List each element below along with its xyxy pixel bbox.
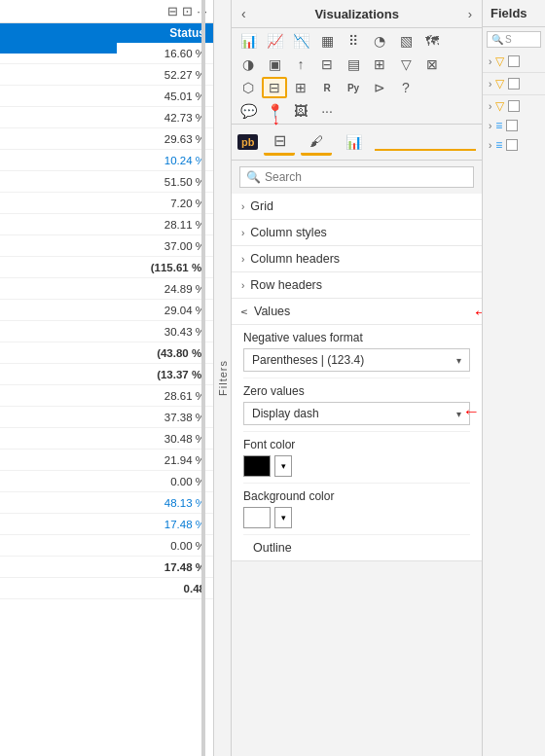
field-type-icon: ▽ — [495, 54, 504, 68]
chart-data-row: 48.13 % — [0, 492, 213, 514]
field-expand-icon: › — [489, 101, 491, 112]
chart-data-row: 10.24 % — [0, 150, 213, 171]
field-expand-icon: › — [489, 56, 491, 67]
viz-icon-table[interactable]: ▤ — [341, 54, 366, 75]
chart-data-row: (115.61 %) — [0, 257, 213, 278]
viz-forward-arrow[interactable]: › — [468, 7, 472, 21]
font-color-dropdown-btn[interactable]: ▾ — [274, 455, 292, 477]
font-color-swatch[interactable] — [243, 455, 271, 477]
negative-values-label: Negative values format — [243, 331, 470, 344]
chart-data-row: 17.48 % — [0, 514, 213, 535]
bg-color-swatch[interactable] — [243, 507, 271, 528]
viz-back-arrow[interactable]: ‹ — [241, 6, 246, 21]
viz-icon-funnel[interactable]: ▽ — [393, 54, 418, 75]
background-color-row: Background color ▾ — [243, 484, 470, 535]
background-color-label: Background color — [243, 489, 470, 503]
field-expand-icon: › — [489, 121, 491, 131]
filters-strip[interactable]: Filters — [214, 0, 232, 756]
field-checkbox[interactable] — [506, 139, 518, 151]
blue-bar — [0, 32, 117, 54]
chart-data-row: 30.48 % — [0, 428, 213, 450]
zero-values-dropdown[interactable]: Display dash ▾ — [243, 402, 470, 425]
viz-icon-treemap[interactable]: ▧ — [393, 30, 418, 52]
viz-icon-line[interactable]: 📉 — [288, 30, 313, 52]
viz-icon-pie[interactable]: ◔ — [367, 30, 392, 52]
chart-data-row: 0.00 % — [0, 535, 213, 557]
chart-data-row: 28.11 % — [0, 214, 213, 235]
chart-data-row: 0.00 % — [0, 471, 213, 492]
fields-item[interactable]: › ▽ — [483, 52, 545, 71]
field-checkbox[interactable] — [508, 78, 520, 90]
row-headers-chevron: › — [241, 280, 244, 291]
negative-values-row: Negative values format Parentheses | (12… — [243, 325, 470, 378]
viz-icon-more[interactable]: ··· — [314, 100, 340, 122]
fields-item[interactable]: › ≡ — [483, 135, 545, 155]
zero-values-label: Zero values — [243, 384, 470, 398]
search-icon: 🔍 — [246, 170, 261, 184]
field-checkbox[interactable] — [508, 100, 520, 112]
font-color-label: Font color — [243, 438, 470, 451]
viz-icon-qa[interactable]: ? — [393, 77, 418, 98]
chart-data-row: 29.63 % — [0, 128, 213, 150]
negative-values-dropdown[interactable]: Parentheses | (123.4) ▾ — [243, 348, 470, 372]
viz-icon-py[interactable]: Py — [341, 77, 366, 98]
fields-header: Fields — [483, 0, 545, 27]
viz-icon-matrix[interactable]: ⊞ — [367, 54, 392, 75]
field-checkbox[interactable] — [508, 55, 520, 67]
viz-icon-bar[interactable]: 📊 — [236, 30, 261, 52]
viz-icon-waterfall[interactable]: ⊠ — [419, 54, 445, 75]
chart-toolbar: ⊟ ⊡ ··· — [0, 0, 213, 23]
values-chevron: ∨ — [239, 308, 250, 315]
viz-icon-area[interactable]: ▦ — [314, 30, 340, 52]
viz-icon-speech[interactable]: 💬 — [236, 100, 261, 122]
filter-icon[interactable]: ⊟ — [167, 4, 178, 18]
fields-search-icon: 🔍 — [491, 34, 503, 45]
viz-icon-map[interactable]: 🗺 — [419, 30, 445, 52]
chart-data-row: 0.48 — [0, 578, 213, 599]
pbi-logo[interactable]: pb — [237, 134, 258, 150]
viz-panel-title: Visualizations — [314, 7, 398, 21]
search-input[interactable] — [265, 170, 467, 184]
viz-icon-scatter[interactable]: ⠿ — [341, 30, 366, 52]
section-row-headers[interactable]: › Row headers — [232, 272, 482, 299]
fields-item[interactable]: › ▽ — [483, 96, 545, 116]
column-headers-label: Column headers — [250, 252, 340, 266]
section-column-styles[interactable]: › Column styles — [232, 220, 482, 246]
fields-item[interactable]: › ▽ — [483, 74, 545, 93]
viz-icon-stacked[interactable]: 📈 — [262, 30, 287, 52]
tab-analytics[interactable]: 📊 — [338, 128, 369, 156]
search-container: 🔍 — [239, 166, 474, 188]
viz-icon-r[interactable]: R — [314, 77, 340, 98]
section-values[interactable]: ∨ Values ← — [232, 299, 482, 325]
tab-format[interactable]: 🖌 — [301, 128, 332, 156]
viz-icon-slicer[interactable]: ⊟ — [314, 54, 340, 75]
field-checkbox[interactable] — [506, 120, 518, 131]
chart-data-row: 51.50 % — [0, 171, 213, 193]
row-headers-label: Row headers — [250, 278, 322, 292]
viz-icon-azi[interactable]: ⊳ — [367, 77, 392, 98]
bg-color-swatch-container: ▾ — [243, 507, 470, 528]
bg-color-dropdown-btn[interactable]: ▾ — [274, 507, 292, 528]
section-column-headers[interactable]: › Column headers — [232, 246, 482, 272]
chart-data-row: 29.04 % — [0, 300, 213, 321]
viz-icon-gauge[interactable]: ◑ — [236, 54, 261, 75]
viz-panel: ‹ Visualizations › 📊 📈 📉 ▦ ⠿ ◔ ▧ 🗺 ◑ ▣ ↑… — [232, 0, 482, 756]
chart-data-row: 30.43 % — [0, 321, 213, 342]
viz-icon-card[interactable]: ▣ — [262, 54, 287, 75]
fields-item[interactable]: › ≡ — [483, 116, 545, 135]
viz-icon-image[interactable]: 🖼 — [288, 100, 313, 122]
field-type-icon: ≡ — [495, 119, 502, 132]
chart-data-row: 42.73 % — [0, 107, 213, 128]
viz-icon-table2[interactable]: ⊟ — [262, 77, 287, 98]
tab-build[interactable]: ⊟ — [264, 128, 295, 156]
section-grid[interactable]: › Grid — [232, 194, 482, 220]
zero-dropdown-arrow: ▾ — [456, 409, 461, 419]
viz-icon-shape[interactable]: ⬡ — [236, 77, 261, 98]
viz-icon-grid[interactable]: ⊞ — [288, 77, 313, 98]
font-color-row: Font color ▾ — [243, 432, 470, 484]
outline-label: Outline — [243, 535, 470, 560]
viz-icon-kpi[interactable]: ↑ — [288, 54, 313, 75]
fields-items: › ▽ › ▽ › ▽ › ≡ › ≡ — [483, 52, 545, 756]
expand-icon[interactable]: ⊡ — [182, 4, 193, 18]
font-color-swatch-container: ▾ — [243, 455, 470, 477]
